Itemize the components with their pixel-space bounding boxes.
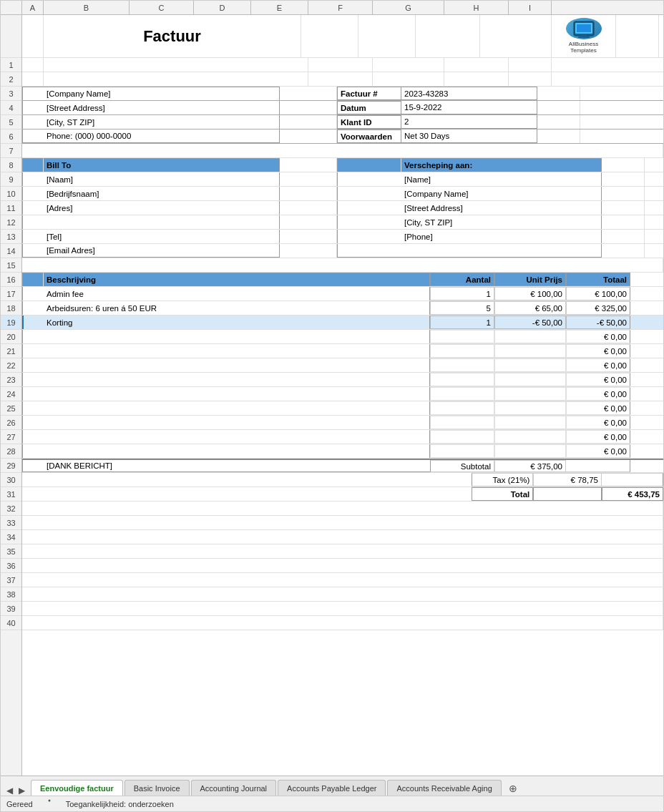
cell-12e xyxy=(280,215,337,229)
cell-billto-header: Bill To xyxy=(44,158,280,172)
row-10: [Bedrijfsnaam] [Company Name] xyxy=(22,187,663,201)
row-11: [Adres] [Street Address] xyxy=(22,201,663,215)
cell-18-qty: 5 xyxy=(430,301,494,315)
cell-30-left xyxy=(22,473,472,486)
row-header-title xyxy=(1,15,21,58)
tab-eenvoudige-factuur[interactable]: Eenvoudige factuur xyxy=(31,780,123,796)
svg-rect-3 xyxy=(577,24,591,32)
row-23: € 0,00 xyxy=(22,373,663,387)
cell-1a xyxy=(22,58,44,72)
row-header-5: 5 xyxy=(1,115,21,129)
tab-label-2: Accounting Journal xyxy=(200,784,268,793)
row-25: € 0,00 xyxy=(22,401,663,416)
cell-klant-label: Klant ID xyxy=(337,115,401,129)
col-header-d: D xyxy=(194,1,251,14)
cell-20-qty xyxy=(430,330,494,343)
row-header-13: 13 xyxy=(1,230,21,244)
row-40 xyxy=(22,616,663,630)
cell-total-value: € 453,75 xyxy=(602,487,663,501)
cell-10i xyxy=(602,187,645,200)
cell-28-price xyxy=(494,444,566,458)
cell-21-price xyxy=(494,344,566,358)
row-header-2: 2 xyxy=(1,72,21,87)
cell-voorwaarden-label: Voorwaarden xyxy=(337,129,401,143)
cell-title-i xyxy=(616,15,659,57)
cell-24-desc xyxy=(44,387,430,401)
cell-6i xyxy=(537,129,580,143)
row-20: € 0,00 xyxy=(22,330,663,344)
add-sheet-button[interactable]: ⊕ xyxy=(506,781,520,796)
cell-22-qty xyxy=(430,358,494,372)
cell-tax-value: € 78,75 xyxy=(533,473,602,486)
cell-street-address: [Street Address] xyxy=(44,101,280,114)
tab-accounting-journal[interactable]: Accounting Journal xyxy=(191,780,277,796)
cell-21a xyxy=(22,344,44,358)
cell-3e xyxy=(280,87,337,100)
cell-35 xyxy=(22,544,663,558)
tab-nav-right[interactable]: ▶ xyxy=(19,786,25,796)
row-header-36: 36 xyxy=(1,559,21,573)
row-26: € 0,00 xyxy=(22,416,663,430)
tab-nav-left[interactable]: ◀ xyxy=(6,786,13,796)
cell-5e xyxy=(280,115,337,129)
cell-25-total: € 0,00 xyxy=(566,401,630,415)
cell-subtotal-label: Subtotal xyxy=(430,460,494,472)
row-15 xyxy=(22,258,663,273)
cell-9a xyxy=(22,172,44,186)
cell-25-desc xyxy=(44,401,430,415)
row-1 xyxy=(22,58,663,72)
row-header-15: 15 xyxy=(1,258,21,273)
cell-18a xyxy=(22,301,44,315)
cell-14e xyxy=(280,244,337,258)
cell-1h xyxy=(444,58,509,72)
cell-12a xyxy=(22,215,44,229)
cell-29-total xyxy=(566,460,630,472)
cell-15 xyxy=(22,258,663,272)
cell-1g xyxy=(373,58,444,72)
cell-3i xyxy=(537,87,580,100)
cell-unit-price-header: Unit Prijs xyxy=(494,273,566,286)
row-7 xyxy=(22,144,663,158)
row-4: [Street Address] Datum 15-9-2022 xyxy=(22,101,663,115)
row-17: Admin fee 1 € 100,00 € 100,00 xyxy=(22,287,663,301)
cell-quantity-header: Aantal xyxy=(430,273,494,286)
row-header-33: 33 xyxy=(1,516,21,530)
cell-bill-email: [Email Adres] xyxy=(44,244,280,258)
cell-title-e xyxy=(358,15,416,57)
cell-40 xyxy=(22,616,663,630)
status-accessibility: Toegankelijkheid: onderzoeken xyxy=(66,800,174,808)
cell-total-label: Total xyxy=(472,487,533,501)
grid-area: Factuur xyxy=(22,15,663,776)
row-38 xyxy=(22,587,663,602)
row-32 xyxy=(22,502,663,516)
row-28: € 0,00 xyxy=(22,444,663,459)
col-header-b: B xyxy=(44,1,130,14)
cell-11f xyxy=(337,201,401,215)
cell-klant-value: 2 xyxy=(401,115,537,129)
row-12: [City, ST ZIP] xyxy=(22,215,663,230)
tab-basic-invoice[interactable]: Basic Invoice xyxy=(125,780,190,796)
row-35 xyxy=(22,544,663,559)
cell-11i xyxy=(602,201,645,215)
row-header-21: 21 xyxy=(1,344,21,358)
cell-19a xyxy=(22,315,44,329)
row-header-11: 11 xyxy=(1,201,21,215)
cell-22-desc xyxy=(44,358,430,372)
row-header-20: 20 xyxy=(1,330,21,344)
cell-8a-billto xyxy=(22,158,44,172)
spreadsheet-wrapper: A B C D E F G H I 1 2 3 4 5 6 7 8 9 10 1… xyxy=(0,0,664,812)
cell-29-empty xyxy=(258,460,430,472)
row-8: Bill To Verscheping aan: xyxy=(22,158,663,172)
tab-accounts-payable[interactable]: Accounts Payable Ledger xyxy=(278,780,386,796)
cell-2g xyxy=(373,72,444,86)
title-row: Factuur xyxy=(22,15,663,58)
cell-bill-tel: [Tel] xyxy=(44,230,280,243)
tab-accounts-receivable[interactable]: Accounts Receivable Aging xyxy=(387,780,501,796)
row-header-1: 1 xyxy=(1,58,21,72)
cell-company-name: [Company Name] xyxy=(44,87,280,100)
cell-14i xyxy=(602,244,645,258)
col-header-g: G xyxy=(373,1,444,14)
cell-18-price: € 65,00 xyxy=(494,301,566,315)
cell-20a xyxy=(22,330,44,343)
cell-17-qty: 1 xyxy=(430,287,494,300)
